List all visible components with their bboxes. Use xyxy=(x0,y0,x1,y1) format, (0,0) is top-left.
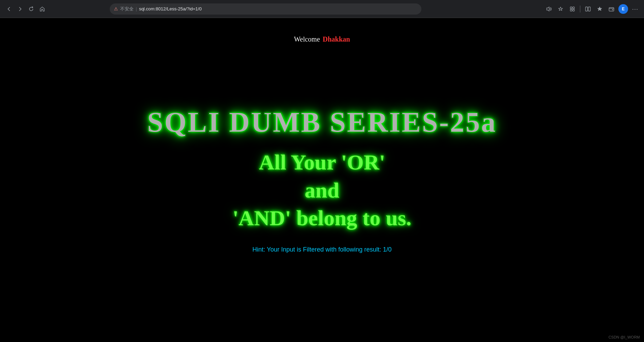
nav-buttons xyxy=(4,4,47,14)
watermark: CSDN @I_WORM xyxy=(608,335,640,339)
svg-rect-6 xyxy=(609,8,614,11)
browser-toolbar: ⚠ 不安全 | sql.com:8012/Less-25a/?id=1/0 xyxy=(0,0,644,18)
welcome-section: Welcome Dhakkan xyxy=(294,35,350,43)
svg-rect-2 xyxy=(570,9,572,11)
svg-rect-5 xyxy=(588,7,590,11)
forward-button[interactable] xyxy=(15,4,25,14)
action-separator xyxy=(580,6,580,12)
address-bar[interactable]: ⚠ 不安全 | sql.com:8012/Less-25a/?id=1/0 xyxy=(110,3,421,15)
svg-point-7 xyxy=(612,9,613,10)
subtitle-block: All Your 'OR' and 'AND' belong to us. xyxy=(233,148,412,232)
welcome-label: Welcome xyxy=(294,35,320,43)
back-button[interactable] xyxy=(4,4,14,14)
split-view-button[interactable] xyxy=(583,4,593,14)
address-divider: | xyxy=(136,6,137,11)
browser-action-buttons: E ⋯ xyxy=(544,4,640,14)
svg-rect-3 xyxy=(573,9,574,11)
favorites-button[interactable] xyxy=(556,4,565,14)
security-warning-icon: ⚠ xyxy=(114,6,118,11)
read-aloud-button[interactable] xyxy=(544,4,554,14)
subtitle-line2: and xyxy=(233,176,412,204)
profile-initial: E xyxy=(622,7,625,11)
collections-button[interactable] xyxy=(595,4,605,14)
subtitle-line1: All Your 'OR' xyxy=(233,148,412,176)
main-title: SQLI DUMB SERIES-25a xyxy=(147,107,497,138)
home-button[interactable] xyxy=(37,4,47,14)
more-button[interactable]: ⋯ xyxy=(630,4,640,14)
user-profile-button[interactable]: E xyxy=(618,4,628,14)
hint-text: Hint: Your Input is Filtered with follow… xyxy=(252,246,392,253)
url-display: sql.com:8012/Less-25a/?id=1/0 xyxy=(139,6,202,11)
subtitle-line3: 'AND' belong to us. xyxy=(233,204,412,232)
svg-rect-0 xyxy=(570,7,572,9)
svg-rect-1 xyxy=(573,7,574,9)
reload-button[interactable] xyxy=(26,4,36,14)
extensions-button[interactable] xyxy=(567,4,577,14)
svg-rect-4 xyxy=(585,7,588,11)
security-label: 不安全 xyxy=(120,6,134,12)
username-display: Dhakkan xyxy=(323,35,350,43)
page-content: Welcome Dhakkan SQLI DUMB SERIES-25a All… xyxy=(0,18,644,342)
wallet-button[interactable] xyxy=(607,4,616,14)
